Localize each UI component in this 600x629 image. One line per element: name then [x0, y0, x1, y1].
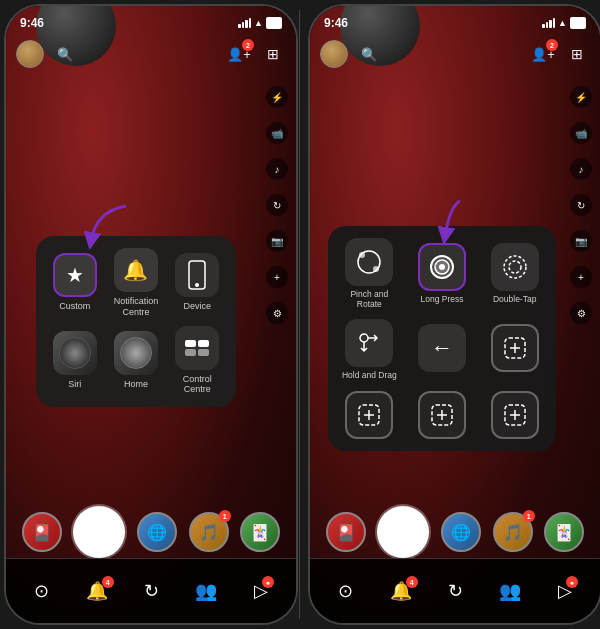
- nav-home-left[interactable]: ⊙: [34, 580, 49, 602]
- story-3[interactable]: 1 🎵: [189, 512, 229, 552]
- nav-play-left[interactable]: ▷ ●: [254, 580, 268, 602]
- svg-point-2: [195, 283, 199, 287]
- nav-home-right[interactable]: ⊙: [338, 580, 353, 602]
- right-status-icons: ▲ 18: [542, 17, 586, 29]
- menu-item-double-tap[interactable]: Double-Tap: [483, 238, 546, 309]
- left-top-bar: 🔍 👤+ 2 ⊞: [6, 34, 296, 74]
- search-button-right[interactable]: 🔍: [356, 41, 382, 67]
- story-1[interactable]: 🎴: [22, 512, 62, 552]
- scan-icon-left[interactable]: ⊞: [260, 41, 286, 67]
- svg-point-16: [360, 334, 368, 342]
- long-press-label: Long Press: [420, 294, 463, 304]
- hold-drag-label: Hold and Drag: [342, 370, 397, 380]
- device-label: Device: [184, 301, 212, 312]
- video-icon-right[interactable]: 📹: [570, 122, 592, 144]
- menu-item-siri[interactable]: Siri: [48, 326, 101, 396]
- svg-point-14: [504, 256, 526, 278]
- menu-item-add-2[interactable]: [338, 391, 401, 439]
- right-status-bar: 9:46 ▲ 18: [310, 6, 600, 34]
- nav-people-right[interactable]: 👥: [499, 580, 521, 602]
- svg-rect-6: [198, 349, 209, 356]
- left-story-row: 🎴 🌐 1 🎵 🃏: [6, 506, 296, 558]
- scan-icon-right[interactable]: ⊞: [564, 41, 590, 67]
- siri-icon: [53, 331, 97, 375]
- menu-item-home[interactable]: Home: [109, 326, 162, 396]
- left-bottom-nav: ⊙ 🔔 4 ↻ 👥 ▷ ●: [6, 558, 296, 623]
- custom-label: Custom: [59, 301, 90, 312]
- right-story-4[interactable]: 🃏: [544, 512, 584, 552]
- story-2[interactable]: 🌐: [137, 512, 177, 552]
- svg-point-15: [509, 261, 521, 273]
- wifi-icon: ▲: [254, 18, 263, 28]
- right-time: 9:46: [324, 16, 348, 30]
- add-2-icon: [345, 391, 393, 439]
- right-menu-mid-grid: Hold and Drag ←: [338, 319, 546, 380]
- add-4-icon: [491, 391, 539, 439]
- right-right-sidebar: ⚡ 📹 ♪ ↻ 📷 + ⚙: [570, 86, 592, 324]
- menu-item-hold-drag[interactable]: Hold and Drag: [338, 319, 401, 380]
- nav-refresh-right[interactable]: ↻: [448, 580, 463, 602]
- pinch-rotate-label: Pinch and Rotate: [338, 289, 401, 309]
- menu-item-add-1[interactable]: [483, 319, 546, 380]
- left-status-icons: ▲ 18: [238, 17, 282, 29]
- right-wifi-icon: ▲: [558, 18, 567, 28]
- svg-point-13: [439, 264, 445, 270]
- right-story-2[interactable]: 🌐: [441, 512, 481, 552]
- rotate-icon-left[interactable]: ↻: [266, 194, 288, 216]
- arrow-annotation-right: [390, 191, 480, 261]
- device-icon: [175, 253, 219, 297]
- flash-icon-left[interactable]: ⚡: [266, 86, 288, 108]
- video-icon-left[interactable]: 📹: [266, 122, 288, 144]
- svg-point-10: [373, 266, 379, 272]
- add-icon-right[interactable]: +: [570, 266, 592, 288]
- settings-icon-right[interactable]: ⚙: [570, 302, 592, 324]
- signal-icon: [238, 18, 251, 28]
- nav-notifications-right[interactable]: 🔔 4: [390, 580, 412, 602]
- menu-item-control[interactable]: Control Centre: [171, 326, 224, 396]
- nav-notifications-left[interactable]: 🔔 4: [86, 580, 108, 602]
- right-story-3[interactable]: 1 🎵: [493, 512, 533, 552]
- right-story-row: 🎴 🌐 1 🎵 🃏: [310, 506, 600, 558]
- right-story-1[interactable]: 🎴: [326, 512, 366, 552]
- music-icon-left[interactable]: ♪: [266, 158, 288, 180]
- search-button-left[interactable]: 🔍: [52, 41, 78, 67]
- control-label: Control Centre: [171, 374, 224, 396]
- left-right-sidebar: ⚡ 📹 ♪ ↻ 📷 + ⚙: [266, 86, 288, 324]
- menu-item-add-4[interactable]: [483, 391, 546, 439]
- add-icon-left[interactable]: +: [266, 266, 288, 288]
- avatar-left[interactable]: [16, 40, 44, 68]
- main-container: 9:46 ▲ 18 🔍 👤+ 2 ⊞: [0, 0, 600, 629]
- add-friend-icon-left[interactable]: 👤+ 2: [226, 41, 252, 67]
- flash-icon-right[interactable]: ⚡: [570, 86, 592, 108]
- menu-item-device[interactable]: Device: [171, 248, 224, 318]
- right-battery-icon: 18: [570, 17, 586, 29]
- story-4[interactable]: 🃏: [240, 512, 280, 552]
- avatar-right[interactable]: [320, 40, 348, 68]
- settings-icon-left[interactable]: ⚙: [266, 302, 288, 324]
- rotate-icon-right[interactable]: ↻: [570, 194, 592, 216]
- double-tap-label: Double-Tap: [493, 294, 536, 304]
- camera-icon-right[interactable]: 📷: [570, 230, 592, 252]
- control-icon: [175, 326, 219, 370]
- camera-icon-left[interactable]: 📷: [266, 230, 288, 252]
- nav-refresh-left[interactable]: ↻: [144, 580, 159, 602]
- capture-button-right[interactable]: [377, 506, 429, 558]
- home-label: Home: [124, 379, 148, 390]
- divider: [299, 10, 300, 619]
- left-time: 9:46: [20, 16, 44, 30]
- nav-people-left[interactable]: 👥: [195, 580, 217, 602]
- add-friend-icon-right[interactable]: 👤+ 2: [530, 41, 556, 67]
- battery-icon: 18: [266, 17, 282, 29]
- music-icon-right[interactable]: ♪: [570, 158, 592, 180]
- right-bottom-nav: ⊙ 🔔 4 ↻ 👥 ▷ ●: [310, 558, 600, 623]
- menu-item-add-3[interactable]: [411, 391, 474, 439]
- add-3-icon: [418, 391, 466, 439]
- nav-play-right[interactable]: ▷ ●: [558, 580, 572, 602]
- left-phone: 9:46 ▲ 18 🔍 👤+ 2 ⊞: [4, 4, 298, 625]
- arrow-annotation-left: [66, 191, 146, 271]
- capture-button-left[interactable]: [73, 506, 125, 558]
- left-status-bar: 9:46 ▲ 18: [6, 6, 296, 34]
- notification-label: Notification Centre: [109, 296, 162, 318]
- hold-drag-icon: [345, 319, 393, 367]
- menu-item-back[interactable]: ←: [411, 319, 474, 380]
